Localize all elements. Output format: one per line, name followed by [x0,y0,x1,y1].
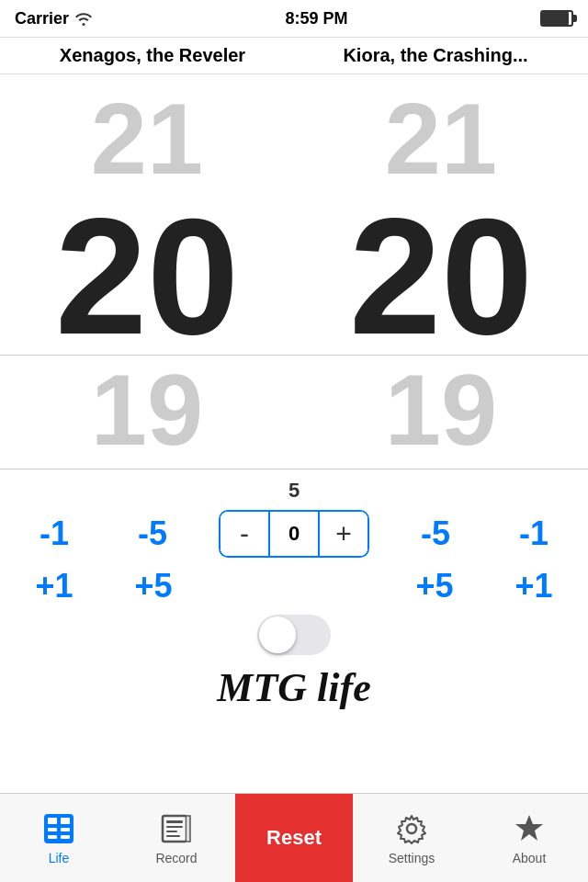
tab-record-label: Record [155,851,197,865]
tab-record[interactable]: Record [118,794,235,882]
battery-fill [542,12,569,25]
life-display-area: 21 21 20 20 19 19 [0,74,588,469]
newspaper-icon [160,812,193,845]
carrier-label: Carrier [15,9,93,28]
player2-minus5-button[interactable]: -5 [403,514,468,553]
wifi-icon [74,11,93,26]
stepper-plus-button[interactable]: + [320,510,368,558]
toggle-row[interactable] [0,615,588,655]
player1-minus1-button[interactable]: -1 [22,514,86,553]
settings-tab-icon [393,810,430,847]
battery-indicator [540,10,573,27]
svg-rect-5 [48,835,57,839]
player2-prev-life: 21 [294,88,588,189]
tab-reset[interactable]: Reset [235,794,353,882]
stepper-value: 0 [268,510,320,558]
calculator-icon [42,812,75,845]
svg-rect-8 [166,820,183,823]
svg-rect-4 [61,828,70,831]
svg-rect-3 [48,828,57,831]
toggle-knob [259,616,296,653]
life-next-row: 19 19 [0,350,588,469]
player1-plus5-button[interactable]: +5 [121,567,186,605]
life-tab-icon [40,810,77,847]
carrier-text: Carrier [15,9,69,28]
minus-buttons-row[interactable]: -1 -5 - 0 + -5 -1 [0,510,588,558]
player1-prev-life: 21 [0,88,294,189]
svg-rect-6 [61,835,70,839]
app-title: MTG life [0,664,588,711]
about-tab-icon [511,810,548,847]
player1-name: Xenagos, the Reveler [11,45,294,66]
player2-minus1-button[interactable]: -1 [502,514,566,553]
time-label: 8:59 PM [286,9,348,28]
player2-plus5-button[interactable]: +5 [402,567,467,605]
svg-rect-1 [48,818,57,824]
player2-current-life: 20 [294,194,588,359]
player1-next-life: 19 [0,359,294,460]
controls-area: 5 -1 -5 - 0 + -5 -1 +1 +5 +5 +1 MTG life [0,469,588,722]
toggle-switch[interactable] [257,615,331,655]
tab-bar: Life Record Reset Settings [0,793,588,882]
star-icon [513,812,546,845]
delta-value: 5 [288,479,300,503]
delta-row: 5 [0,479,588,503]
record-tab-icon [158,810,195,847]
svg-marker-13 [515,815,543,841]
tab-about-label: About [513,851,547,865]
player1-plus1-button[interactable]: +1 [22,567,86,605]
player2-name: Kiora, the Crashing... [294,45,577,66]
gear-icon [395,812,428,845]
svg-rect-7 [163,816,187,842]
player1-minus5-button[interactable]: -5 [120,514,185,553]
svg-rect-9 [166,826,183,828]
status-bar: Carrier 8:59 PM [0,0,588,37]
tab-settings[interactable]: Settings [353,794,470,882]
player2-next-life: 19 [294,359,588,460]
stepper-control[interactable]: - 0 + [219,510,369,558]
plus-buttons-row[interactable]: +1 +5 +5 +1 [0,567,588,605]
player1-current-life: 20 [0,194,294,359]
svg-rect-10 [166,831,177,832]
stepper-minus-button[interactable]: - [220,510,268,558]
svg-rect-2 [61,818,70,824]
tab-life-label: Life [49,851,70,865]
svg-rect-11 [166,835,180,837]
player-names-row: Xenagos, the Reveler Kiora, the Crashing… [0,37,588,74]
tab-about[interactable]: About [470,794,588,882]
tab-life[interactable]: Life [0,794,118,882]
tab-reset-label: Reset [266,826,322,850]
player2-plus1-button[interactable]: +1 [502,567,566,605]
life-current-row: 20 20 [0,185,588,368]
tab-settings-label: Settings [389,851,435,865]
svg-point-12 [407,824,416,833]
